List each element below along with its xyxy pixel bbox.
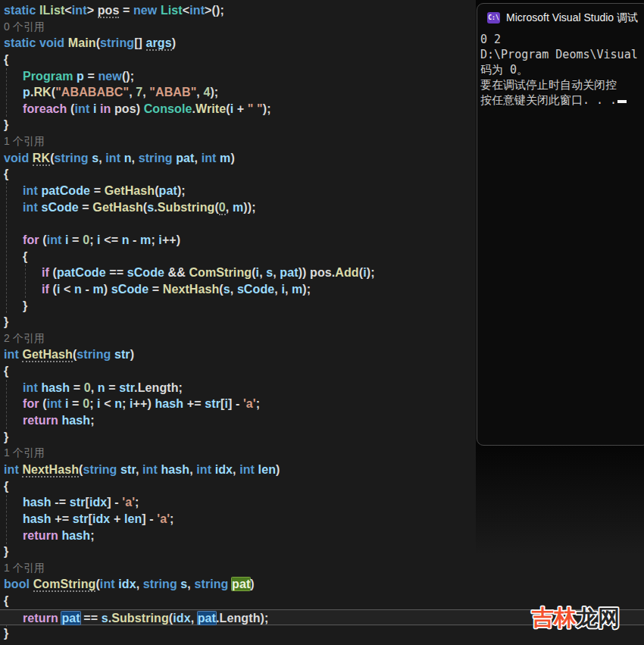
code-token: = — [148, 283, 163, 296]
code-token: , — [98, 152, 105, 164]
console-titlebar[interactable]: C:\ Microsoft Visual Studio 调试 — [477, 4, 644, 29]
code-token: return — [23, 414, 61, 427]
code-token: Main — [68, 36, 96, 49]
code-token: ) — [276, 463, 280, 476]
code-token: , — [274, 283, 281, 296]
code-token: , — [136, 578, 143, 590]
code-token: hash — [155, 397, 183, 410]
code-token: Length — [138, 381, 179, 394]
code-token: { — [4, 480, 8, 493]
code-token: patCode — [41, 184, 90, 197]
code-token — [94, 4, 98, 17]
code-token: string — [83, 463, 120, 476]
code-token: ); — [302, 283, 311, 296]
code-token: if — [42, 266, 53, 279]
code-token: foreach — [23, 102, 70, 115]
code-token: ; — [90, 414, 94, 427]
code-token: int — [72, 4, 87, 17]
code-token: str — [73, 512, 89, 525]
code-token: new — [133, 4, 161, 17]
code-token: ); — [177, 184, 186, 197]
code-token: ] - — [228, 397, 243, 410]
code-token: n — [114, 397, 122, 410]
code-token: int — [239, 463, 258, 476]
code-token: int — [4, 348, 22, 361]
code-token: pat — [159, 184, 177, 197]
code-token: 'a' — [243, 397, 256, 410]
code-token: idx — [173, 612, 190, 625]
watermark-part2: 龙网 — [575, 606, 620, 630]
watermark-part1: 吉林 — [531, 606, 577, 630]
code-token: ) — [130, 348, 134, 361]
code-token: } — [4, 315, 8, 328]
console-line: 码为 0。 — [480, 62, 644, 77]
code-token: , — [91, 381, 98, 394]
code-token: -= — [52, 496, 70, 509]
code-token: ; — [89, 233, 97, 246]
code-token: idx — [92, 512, 110, 525]
code-token: str — [205, 397, 220, 410]
code-token: sCode — [41, 201, 78, 214]
code-token: "ABABABC" — [55, 86, 129, 99]
console-output: 0 2D:\Program Deoms\Visual 码为 0。要在调试停止时自… — [477, 29, 644, 108]
code-token: ++) — [162, 233, 180, 246]
code-token: hash — [61, 529, 90, 542]
code-token: ); — [367, 266, 375, 279]
code-token: } — [23, 299, 27, 312]
code-token: new — [98, 70, 121, 83]
code-token: int — [196, 463, 214, 476]
code-token: return — [23, 612, 61, 625]
code-token: { — [4, 53, 8, 66]
code-token: p — [23, 86, 30, 99]
svg-text:吉林龙网: 吉林龙网 — [531, 606, 620, 630]
code-token: && — [164, 266, 189, 279]
code-token: , — [132, 152, 139, 164]
code-token: = — [105, 381, 120, 394]
code-token: string — [55, 152, 92, 164]
code-token: return — [23, 529, 61, 542]
screen: static IList<int> pos = new List<int>();… — [0, 0, 644, 645]
code-token: > — [87, 4, 94, 17]
code-token: int — [202, 152, 220, 164]
code-token: RK — [33, 152, 50, 166]
code-token: ; — [135, 496, 139, 509]
code-token: = — [79, 201, 93, 214]
code-token: IList — [39, 4, 64, 17]
code-token: ; — [122, 397, 130, 410]
code-token: static — [4, 36, 39, 49]
code-token: )); — [243, 201, 255, 214]
code-token: { — [23, 250, 27, 263]
code-token: " " — [248, 102, 263, 115]
code-token: , — [273, 266, 280, 279]
code-token: RK — [33, 86, 51, 99]
code-token: ); — [261, 612, 269, 625]
code-token: int — [23, 201, 41, 214]
code-token: 0 — [83, 233, 89, 246]
code-token: n — [74, 283, 82, 296]
code-token: hash — [41, 381, 70, 394]
code-token: int — [4, 463, 22, 476]
code-token: pos — [310, 266, 332, 279]
code-token: str — [119, 381, 134, 394]
code-token: int — [23, 381, 41, 394]
code-token: string — [143, 578, 181, 590]
code-token: sCode — [111, 283, 148, 296]
code-token: s — [147, 201, 154, 214]
code-token: , — [226, 201, 233, 214]
code-token: for — [23, 397, 42, 410]
code-token: } — [4, 627, 8, 640]
code-token: = — [90, 184, 105, 197]
code-token: , — [136, 463, 142, 476]
code-token: 'a' — [157, 512, 170, 525]
code-token: s — [92, 152, 98, 164]
code-token: { — [4, 365, 8, 377]
code-token: void — [39, 36, 68, 49]
code-token: ) — [136, 102, 144, 115]
code-token: ComString — [189, 266, 252, 279]
code-token: n — [122, 233, 130, 246]
code-token: )) — [299, 266, 310, 279]
code-token: hash — [161, 463, 189, 476]
code-token: == — [80, 612, 102, 625]
code-token: ; — [151, 233, 158, 246]
code-token: } — [4, 545, 8, 558]
